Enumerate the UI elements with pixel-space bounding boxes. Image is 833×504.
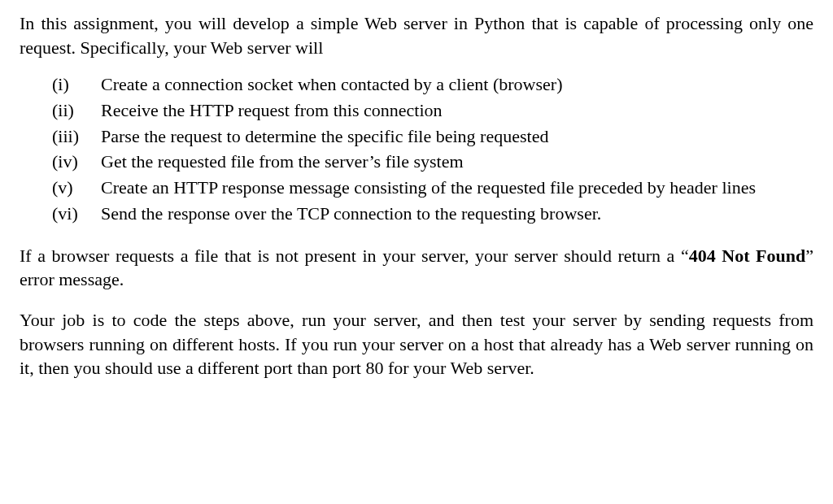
instructions-paragraph: Your job is to code the steps above, run… <box>20 308 813 380</box>
list-item: (iv) Get the requested file from the ser… <box>52 150 813 174</box>
list-item: (i) Create a connection socket when cont… <box>52 72 813 97</box>
intro-paragraph: In this assignment, you will develop a s… <box>20 11 813 59</box>
step-text: Receive the HTTP request from this conne… <box>101 98 813 123</box>
list-item: (vi) Send the response over the TCP conn… <box>52 202 813 226</box>
step-number: (iv) <box>52 150 101 174</box>
step-text: Parse the request to determine the speci… <box>101 124 813 149</box>
list-item: (v) Create an HTTP response message cons… <box>52 176 813 200</box>
step-number: (ii) <box>52 98 101 123</box>
step-number: (v) <box>52 176 101 200</box>
step-number: (i) <box>52 72 101 97</box>
assignment-document: In this assignment, you will develop a s… <box>0 0 833 504</box>
step-number: (iii) <box>52 124 101 149</box>
step-text: Send the response over the TCP connectio… <box>101 202 813 226</box>
para-text: If a browser requests a file that is not… <box>20 245 689 266</box>
step-text: Get the requested file from the server’s… <box>101 150 813 174</box>
step-number: (vi) <box>52 202 101 226</box>
step-text: Create a connection socket when contacte… <box>101 72 813 97</box>
step-text: Create an HTTP response message consisti… <box>101 176 813 200</box>
list-item: (ii) Receive the HTTP request from this … <box>52 98 813 123</box>
list-item: (iii) Parse the request to determine the… <box>52 124 813 149</box>
steps-list: (i) Create a connection socket when cont… <box>52 72 813 225</box>
not-found-paragraph: If a browser requests a file that is not… <box>20 244 813 292</box>
bold-404: 404 Not Found <box>689 245 806 266</box>
